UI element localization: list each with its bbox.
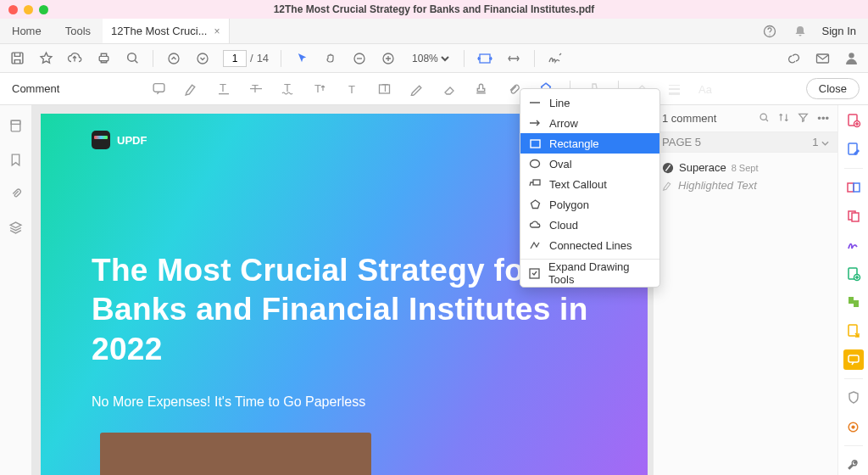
- shape-dropdown: Line Arrow Rectangle Oval Text Callout P…: [520, 88, 660, 288]
- zoom-out-icon[interactable]: [351, 50, 368, 67]
- comment-toolbar: Comment T T T T T T Aa Close: [0, 73, 868, 105]
- shape-option-oval[interactable]: Oval: [520, 154, 659, 174]
- svg-point-28: [760, 114, 766, 120]
- tab-document-label: 12The Most Cruci...: [111, 25, 207, 37]
- svg-rect-22: [669, 85, 680, 86]
- svg-rect-3: [99, 56, 108, 60]
- comment-panel-icon[interactable]: [843, 349, 864, 370]
- tab-document[interactable]: 12The Most Cruci... ×: [103, 19, 229, 43]
- squiggle-icon[interactable]: T: [280, 81, 297, 98]
- page-down-icon[interactable]: [194, 50, 211, 67]
- strikethrough-icon[interactable]: T: [248, 81, 264, 98]
- text-tool-icon[interactable]: T: [344, 81, 361, 98]
- more-tools-icon[interactable]: [843, 455, 864, 475]
- fit-page-icon[interactable]: [505, 50, 522, 67]
- signature-icon[interactable]: [547, 50, 564, 67]
- svg-text:T: T: [220, 82, 226, 94]
- redact-icon[interactable]: [843, 416, 864, 437]
- main-content: UPDF The Most Crucial Strategy for Banks…: [0, 105, 868, 475]
- send-icon[interactable]: [843, 321, 864, 341]
- comments-header: 1 comment: [662, 112, 716, 125]
- bell-icon[interactable]: [792, 23, 809, 40]
- svg-rect-14: [219, 93, 229, 94]
- shape-option-line[interactable]: Line: [520, 92, 659, 113]
- save-icon[interactable]: [8, 50, 25, 67]
- sign-tool-icon[interactable]: [843, 235, 864, 255]
- traffic-lights: [8, 5, 48, 14]
- svg-rect-36: [852, 213, 859, 221]
- minimize-window-button[interactable]: [24, 5, 33, 14]
- hand-icon[interactable]: [322, 50, 339, 67]
- sticky-note-icon[interactable]: [151, 81, 168, 98]
- shape-option-connected-lines[interactable]: Connected Lines: [520, 235, 659, 255]
- shape-option-arrow[interactable]: Arrow: [520, 113, 659, 133]
- fit-width-icon[interactable]: [476, 50, 493, 67]
- shape-option-rectangle[interactable]: Rectangle: [520, 133, 659, 154]
- svg-rect-2: [12, 53, 23, 64]
- tab-home[interactable]: Home: [0, 19, 53, 43]
- email-icon[interactable]: [814, 50, 831, 67]
- comment-label: Comment: [8, 82, 59, 95]
- thumbnails-icon[interactable]: [8, 117, 25, 134]
- help-icon[interactable]: [761, 23, 778, 40]
- pointer-icon[interactable]: [293, 50, 310, 67]
- svg-rect-26: [11, 120, 20, 131]
- comments-more-icon[interactable]: •••: [817, 112, 829, 125]
- shape-option-cloud[interactable]: Cloud: [520, 215, 659, 235]
- insert-text-icon[interactable]: T: [312, 81, 329, 98]
- comment-item[interactable]: Superace 8 Sept Highlighted Text: [654, 153, 837, 200]
- page-up-icon[interactable]: [165, 50, 182, 67]
- create-pdf-icon[interactable]: [843, 110, 864, 131]
- right-rail: [837, 105, 868, 475]
- svg-text:T: T: [314, 82, 321, 95]
- print-icon[interactable]: [95, 50, 112, 67]
- close-button[interactable]: Close: [806, 78, 860, 99]
- comments-sort-icon[interactable]: [778, 112, 789, 125]
- svg-rect-40: [854, 300, 859, 307]
- layers-icon[interactable]: [8, 219, 25, 236]
- bookmark-icon[interactable]: [8, 151, 25, 168]
- page-number-input[interactable]: [223, 50, 247, 67]
- zoom-in-icon[interactable]: [380, 50, 397, 67]
- protect-icon[interactable]: [843, 388, 864, 408]
- attachment-icon[interactable]: [8, 185, 25, 202]
- eraser-icon[interactable]: [441, 81, 458, 98]
- tab-tools[interactable]: Tools: [53, 19, 103, 43]
- shape-option-text-callout[interactable]: Text Callout: [520, 174, 659, 194]
- compress-icon[interactable]: [843, 293, 864, 313]
- shape-option-expand[interactable]: Expand Drawing Tools: [520, 263, 659, 283]
- zoom-select[interactable]: 108%: [409, 52, 452, 65]
- svg-text:T: T: [348, 83, 355, 96]
- stamp-icon[interactable]: [473, 81, 490, 98]
- star-icon[interactable]: [37, 50, 54, 67]
- edit-pdf-icon[interactable]: [843, 139, 864, 159]
- svg-point-47: [531, 160, 540, 168]
- comments-page-count[interactable]: 1: [812, 136, 829, 148]
- connected-lines-icon: [529, 239, 541, 251]
- pencil-icon[interactable]: [409, 81, 426, 98]
- callout-icon: [529, 178, 541, 190]
- close-window-button[interactable]: [8, 5, 18, 14]
- svg-rect-16: [250, 88, 262, 89]
- share-link-icon[interactable]: [785, 50, 802, 67]
- sign-in-link[interactable]: Sign In: [822, 25, 856, 37]
- export-pdf-icon[interactable]: [843, 177, 864, 198]
- organize-icon[interactable]: [843, 264, 864, 284]
- shape-option-polygon[interactable]: Polygon: [520, 194, 659, 215]
- left-rail: [0, 105, 32, 475]
- cloud-upload-icon[interactable]: [66, 50, 83, 67]
- line-weight-icon[interactable]: [666, 81, 683, 98]
- search-icon[interactable]: [124, 50, 141, 67]
- textbox-icon[interactable]: T: [376, 81, 393, 98]
- comments-search-icon[interactable]: [759, 112, 770, 125]
- svg-rect-46: [531, 140, 540, 148]
- tab-close-icon[interactable]: ×: [214, 25, 220, 37]
- font-icon[interactable]: Aa: [698, 81, 715, 98]
- maximize-window-button[interactable]: [39, 5, 48, 14]
- page-total: 14: [257, 52, 269, 64]
- highlight-icon[interactable]: [183, 81, 200, 98]
- combine-icon[interactable]: [843, 206, 864, 226]
- comments-filter-icon[interactable]: [798, 112, 809, 125]
- underline-text-icon[interactable]: T: [215, 81, 232, 98]
- account-icon[interactable]: [843, 50, 860, 67]
